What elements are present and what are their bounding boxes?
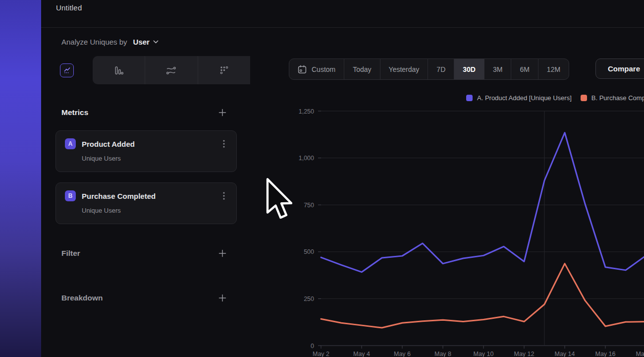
range-button-label: Custom (312, 65, 335, 73)
flow-chart-icon (166, 65, 176, 75)
svg-text:1,250: 1,250 (299, 108, 314, 115)
svg-text:May 4: May 4 (353, 351, 370, 357)
metric-subtitle-a: Unique Users (82, 155, 228, 162)
plus-icon (218, 294, 226, 302)
analyze-by-row: Analyze Uniques by User (41, 28, 250, 56)
metric-badge-a: A (65, 138, 76, 149)
svg-text:May 10: May 10 (474, 351, 494, 357)
svg-text:500: 500 (304, 248, 314, 255)
decorative-gradient-band (0, 0, 41, 357)
bar-chart-icon (114, 65, 124, 75)
line-chart-icon (60, 63, 74, 77)
grid-dots-icon (219, 65, 229, 75)
plus-icon (218, 109, 226, 117)
chart-panel: CustomTodayYesterday7D30D3M6M12M Compare… (250, 28, 644, 357)
range-button-yesterday[interactable]: Yesterday (380, 59, 429, 79)
analyze-by-select[interactable]: User (131, 37, 161, 47)
metric-row: B Purchase Completed (65, 190, 228, 201)
svg-text:May 8: May 8 (434, 351, 451, 357)
chart-type-tabs (41, 56, 250, 84)
svg-text:0: 0 (311, 343, 314, 350)
chart-type-tab-bar[interactable] (93, 56, 145, 84)
add-metric-button[interactable] (218, 108, 227, 117)
chart-type-tab-strip (93, 56, 250, 84)
range-button-label: 3M (493, 65, 502, 73)
compare-button[interactable]: Compare (595, 59, 644, 79)
metrics-section-header: Metrics (41, 107, 250, 119)
screenshot-root: Untitled Analyze Uniques by User (0, 0, 644, 357)
add-breakdown-button[interactable] (218, 294, 227, 302)
metric-card-b[interactable]: B Purchase Completed Unique Users (55, 182, 237, 224)
svg-text:May 14: May 14 (555, 351, 575, 357)
metric-badge-b: B (65, 190, 76, 201)
range-button-today[interactable]: Today (344, 59, 380, 79)
kebab-menu-icon (223, 140, 225, 148)
range-button-30d[interactable]: 30D (454, 59, 484, 79)
report-header: Untitled (41, 0, 644, 28)
analysis-chart: 02505007501,0001,250May 2May 4May 6May 8… (287, 98, 644, 357)
metric-card-a[interactable]: A Product Added Unique Users (55, 130, 237, 172)
filter-section-header: Filter (41, 247, 250, 259)
range-button-label: Yesterday (389, 65, 420, 73)
svg-text:May 6: May 6 (394, 351, 411, 357)
svg-text:May 12: May 12 (514, 351, 535, 357)
report-title: Untitled (56, 3, 82, 12)
metric-subtitle-b: Unique Users (82, 207, 228, 214)
metric-name-b: Purchase Completed (82, 192, 219, 200)
range-button-custom[interactable]: Custom (289, 59, 344, 79)
chart-type-tab-line[interactable] (41, 56, 93, 84)
svg-text:250: 250 (304, 296, 314, 302)
query-sidebar: Analyze Uniques by User (41, 28, 251, 357)
range-button-label: Today (353, 65, 371, 73)
chart-type-tab-grid[interactable] (198, 56, 250, 84)
range-button-label: 6M (520, 65, 529, 73)
metric-name-a: Product Added (82, 140, 219, 148)
date-range-group: CustomTodayYesterday7D30D3M6M12M (289, 59, 569, 80)
svg-text:1,000: 1,000 (299, 155, 314, 162)
kebab-menu-icon (223, 192, 225, 200)
svg-text:May 16: May 16 (595, 351, 616, 357)
filter-title: Filter (61, 249, 80, 258)
chart-type-tab-flow[interactable] (145, 56, 197, 84)
svg-text:May 18: May 18 (636, 351, 644, 357)
svg-text:May 2: May 2 (313, 351, 329, 357)
plus-icon (218, 249, 226, 257)
metrics-title: Metrics (61, 108, 88, 117)
breakdown-section-header: Breakdown (41, 292, 250, 304)
range-button-3m[interactable]: 3M (484, 59, 511, 79)
app-window: Untitled Analyze Uniques by User (41, 0, 644, 357)
metric-row: A Product Added (65, 138, 228, 149)
calendar-icon (298, 65, 307, 74)
range-button-7d[interactable]: 7D (428, 59, 454, 79)
add-filter-button[interactable] (218, 249, 227, 258)
range-button-6m[interactable]: 6M (511, 59, 538, 79)
range-button-label: 7D (436, 65, 445, 73)
range-button-12m[interactable]: 12M (538, 59, 569, 79)
metric-menu-button-b[interactable] (219, 191, 228, 200)
range-button-label: 30D (463, 65, 476, 73)
range-button-label: 12M (547, 65, 560, 73)
metric-menu-button-a[interactable] (219, 139, 228, 148)
analyze-by-value: User (133, 38, 150, 46)
svg-text:750: 750 (304, 202, 314, 209)
analyze-by-label: Analyze Uniques by (61, 38, 127, 46)
chevron-down-icon (153, 40, 159, 44)
breakdown-title: Breakdown (61, 294, 103, 302)
